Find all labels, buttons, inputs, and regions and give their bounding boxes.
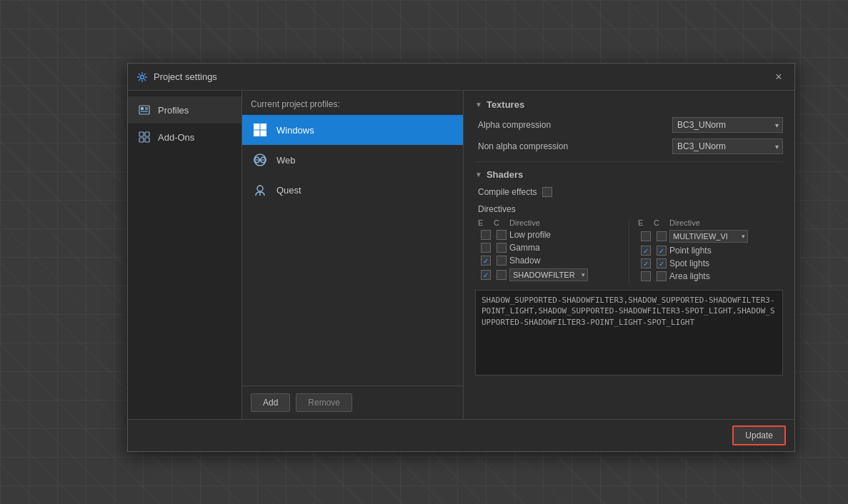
multiview-select[interactable]: MULTIVIEW_VI MULTIVIEW_I (669, 230, 748, 243)
gamma-e-check (478, 243, 494, 253)
gamma-c-checkbox[interactable] (497, 243, 507, 253)
directives-right: E C Directive (629, 218, 783, 284)
pl-c-check (654, 246, 669, 256)
directive-shadow: Shadow (475, 256, 623, 266)
non-alpha-compression-row: Non alpha compression BC3_UNorm BC1_UNor… (475, 138, 783, 154)
profiles-actions: Add Remove (242, 385, 463, 419)
alpha-compression-label: Alpha compression (478, 120, 551, 130)
shadowfilter3-select[interactable]: SHADOWFILTER3 SHADOWFILTER1 SHADOWFILTER… (509, 268, 588, 281)
directives-left-header: E C Directive (475, 218, 623, 227)
sl-c-checkbox[interactable] (657, 258, 667, 268)
left-directive-header: Directive (509, 218, 623, 227)
mv-e-check (638, 231, 654, 241)
svg-rect-1 (139, 106, 149, 114)
addons-label: Add-Ons (158, 132, 194, 143)
sl-c-check (654, 258, 669, 268)
non-alpha-compression-select[interactable]: BC3_UNorm BC1_UNorm BC5_UNorm None (672, 138, 783, 154)
area-lights-name: Area lights (669, 271, 783, 281)
left-c-header: C (494, 218, 509, 227)
gamma-e-checkbox[interactable] (481, 243, 491, 253)
shader-output-textarea[interactable] (475, 290, 783, 376)
shadow-e-checkbox[interactable] (481, 256, 491, 266)
textures-label: Textures (487, 99, 524, 110)
svg-rect-2 (141, 107, 144, 110)
sl-e-checkbox[interactable] (641, 258, 651, 268)
svg-rect-6 (139, 132, 144, 136)
svg-rect-13 (261, 131, 267, 137)
shaders-label: Shaders (487, 169, 523, 180)
svg-point-0 (141, 75, 144, 79)
compile-effects-label: Compile effects (478, 187, 537, 197)
directive-multiview: MULTIVIEW_VI MULTIVIEW_I (635, 230, 783, 243)
compile-effects-checkbox[interactable] (542, 187, 552, 197)
svg-rect-7 (145, 132, 149, 136)
mv-c-check (654, 231, 669, 241)
compile-effects-row: Compile effects (475, 187, 783, 197)
directive-low-profile: Low profile (475, 230, 623, 240)
al-e-check (638, 271, 654, 281)
alpha-compression-select[interactable]: BC3_UNorm BC1_UNorm BC5_UNorm None (672, 117, 783, 133)
mv-c-checkbox[interactable] (657, 231, 667, 241)
mv-e-checkbox[interactable] (641, 231, 651, 241)
profiles-section: Current project profiles: Windows (242, 91, 794, 419)
directives-grid: E C Directive (475, 218, 783, 284)
dialog-body: Profiles Add-Ons Current pr (128, 91, 794, 419)
al-c-checkbox[interactable] (657, 271, 667, 281)
right-c-header: C (654, 218, 669, 227)
low-profile-e-checkbox[interactable] (481, 230, 491, 240)
windows-icon (252, 122, 268, 138)
quest-label: Quest (276, 185, 301, 196)
dialog-title: Project settings (136, 71, 217, 83)
directive-point-lights: Point lights (635, 246, 783, 256)
right-e-header: E (638, 218, 654, 227)
profiles-label: Profiles (158, 105, 189, 116)
left-e-header: E (478, 218, 494, 227)
mv-select-wrapper: MULTIVIEW_VI MULTIVIEW_I (669, 230, 748, 243)
point-lights-name: Point lights (669, 246, 783, 256)
web-icon (252, 152, 268, 168)
sf3-c-checkbox[interactable] (497, 270, 507, 280)
close-button[interactable]: × (772, 70, 786, 84)
shadow-c-checkbox[interactable] (497, 256, 507, 266)
dialog-footer: Update (128, 419, 794, 451)
settings-icon (136, 71, 148, 83)
profile-item-quest[interactable]: Quest (242, 175, 463, 205)
spot-lights-name: Spot lights (669, 258, 783, 268)
textures-chevron: ▼ (475, 101, 482, 109)
sf3-c-check (494, 270, 509, 280)
non-alpha-compression-label: Non alpha compression (478, 141, 568, 151)
sidebar-item-addons[interactable]: Add-Ons (128, 124, 241, 151)
low-profile-c-checkbox[interactable] (497, 230, 507, 240)
svg-point-16 (257, 186, 263, 191)
directives-left: E C Directive (475, 218, 629, 284)
settings-panel: ▼ Textures Alpha compression BC3_UNorm B… (464, 91, 794, 419)
pl-e-checkbox[interactable] (641, 246, 651, 256)
directives-label: Directives (475, 204, 783, 214)
dialog-title-text: Project settings (154, 71, 217, 82)
sidebar: Profiles Add-Ons (128, 91, 242, 419)
shaders-chevron: ▼ (475, 171, 482, 178)
gamma-c-check (494, 243, 509, 253)
sf3-e-checkbox[interactable] (481, 270, 491, 280)
al-e-checkbox[interactable] (641, 271, 651, 281)
profile-item-web[interactable]: Web (242, 145, 463, 175)
svg-rect-12 (254, 131, 260, 137)
pl-c-checkbox[interactable] (657, 246, 667, 256)
update-button[interactable]: Update (732, 425, 786, 445)
al-c-check (654, 271, 669, 281)
windows-label: Windows (276, 125, 314, 136)
low-profile-e-check (478, 230, 494, 240)
profile-item-windows[interactable]: Windows (242, 115, 463, 145)
sidebar-item-profiles[interactable]: Profiles (128, 96, 241, 124)
gamma-name: Gamma (509, 243, 623, 253)
svg-rect-9 (145, 138, 149, 142)
svg-rect-10 (254, 124, 260, 130)
right-directive-header: Directive (669, 218, 783, 227)
add-button[interactable]: Add (251, 393, 290, 412)
sf3-select-wrapper: SHADOWFILTER3 SHADOWFILTER1 SHADOWFILTER… (509, 268, 588, 281)
remove-button[interactable]: Remove (296, 393, 352, 412)
directive-gamma: Gamma (475, 243, 623, 253)
shaders-section-header: ▼ Shaders (475, 169, 783, 180)
textures-section-header: ▼ Textures (475, 99, 783, 110)
project-settings-dialog: Project settings × Profiles (127, 63, 795, 452)
